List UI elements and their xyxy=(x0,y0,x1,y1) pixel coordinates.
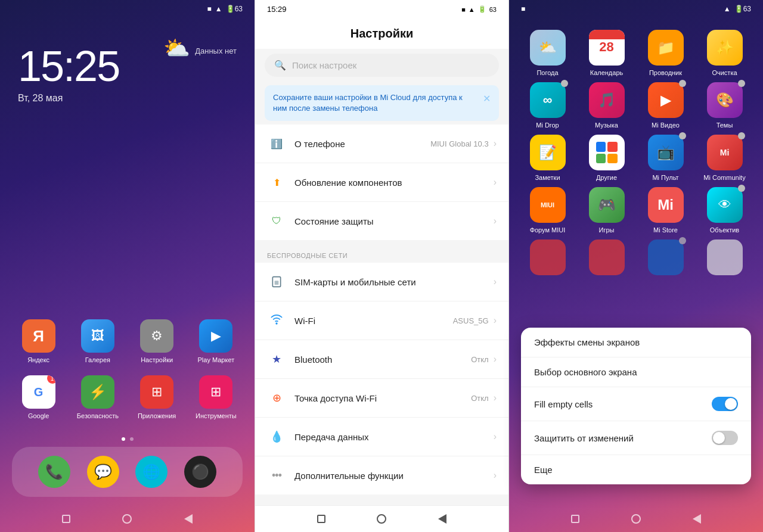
settings-title-wifi: Wi-Fi xyxy=(294,316,453,326)
partial-row xyxy=(509,239,763,275)
settings-item-sim[interactable]: SIM-карты и мобильные сети › xyxy=(255,263,508,301)
drawer-icon-lens: 👁 xyxy=(707,187,743,223)
drawer-app-other[interactable]: Другие xyxy=(580,135,633,181)
app-gallery[interactable]: 🖼 Галерея xyxy=(74,319,121,363)
settings-item-hotspot[interactable]: ⊕ Точка доступа Wi-Fi Откл › xyxy=(255,379,508,418)
dock-camera[interactable]: ⚫ xyxy=(184,456,216,488)
dock-phone[interactable]: 📞 xyxy=(38,456,70,488)
settings-item-wifi[interactable]: Wi-Fi ASUS_5G › xyxy=(255,301,508,340)
partial-app-1[interactable] xyxy=(521,239,574,275)
app-drawer-grid: ⛅ Погода 28 Календарь 📁 Проводник ✨ Очис… xyxy=(509,18,763,239)
app-google[interactable]: G 1 Google xyxy=(15,375,62,419)
settings-icon-update: ⬆ xyxy=(267,173,286,192)
drawer-app-midrop[interactable]: ∞ Mi Drop xyxy=(521,82,574,129)
nav-recents-r[interactable] xyxy=(569,513,581,525)
left-panel: ■ ▲ 🔋63 15:25 Вт, 28 мая ⛅ Данных нет Я … xyxy=(0,0,255,532)
app-security[interactable]: ⚡ Безопасность xyxy=(74,375,121,419)
right-status-icons-left: ■ xyxy=(521,5,525,13)
drawer-icon-notes: 📝 xyxy=(530,135,566,170)
status-icon-battery2: 🔋 xyxy=(478,5,486,13)
settings-item-security[interactable]: 🛡 Состояние защиты › xyxy=(255,202,508,240)
app-label-google: Google xyxy=(28,412,49,419)
arrow-about: › xyxy=(494,138,497,149)
settings-text-sim: SIM-карты и мобильные сети xyxy=(294,277,494,287)
partial-app-3[interactable] xyxy=(639,239,692,275)
drawer-label-other: Другие xyxy=(596,174,617,181)
nav-recents[interactable] xyxy=(60,513,72,525)
drawer-app-weather[interactable]: ⛅ Погода xyxy=(521,30,574,76)
partial-app-4[interactable] xyxy=(698,239,751,275)
settings-value-bluetooth: Откл xyxy=(471,355,489,364)
settings-item-extra[interactable]: ••• Дополнительные функции › xyxy=(255,456,508,494)
settings-search-bar[interactable]: 🔍 Поиск настроек xyxy=(265,54,499,77)
settings-value-hotspot: Откл xyxy=(471,394,489,403)
weather-icon: ⛅ xyxy=(163,36,190,61)
settings-title-bluetooth: Bluetooth xyxy=(294,354,471,365)
search-icon: 🔍 xyxy=(274,60,286,71)
nav-home-c[interactable] xyxy=(376,513,387,525)
arrow-bluetooth: › xyxy=(494,354,497,365)
partial-icon-3 xyxy=(648,239,684,275)
nav-recents-c[interactable] xyxy=(315,513,327,525)
right-status-icons-right: ▲ 🔋63 xyxy=(724,5,751,13)
app-tools[interactable]: ⊞ Инструменты xyxy=(193,375,240,419)
nav-back-r[interactable] xyxy=(691,513,703,525)
settings-icon-wifi xyxy=(267,311,286,330)
arrow-update: › xyxy=(494,177,497,188)
settings-title-hotspot: Точка доступа Wi-Fi xyxy=(294,393,471,403)
drawer-app-calendar[interactable]: 28 Календарь xyxy=(580,30,633,76)
nav-home-r[interactable] xyxy=(630,513,642,525)
toggle-protect[interactable] xyxy=(712,431,738,445)
drawer-app-cleaner[interactable]: ✨ Очистка xyxy=(698,30,751,76)
app-settings[interactable]: ⚙ Настройки xyxy=(134,319,181,363)
nav-back-c[interactable] xyxy=(436,513,448,525)
dock-messages[interactable]: 💬 xyxy=(87,456,119,488)
drawer-app-music[interactable]: 🎵 Музыка xyxy=(580,82,633,129)
context-item-fill[interactable]: Fill empty cells xyxy=(521,387,751,421)
nav-home[interactable] xyxy=(121,513,133,525)
app-label-yandex: Яндекс xyxy=(27,356,49,363)
app-play[interactable]: ▶ Play Маркет xyxy=(193,319,240,363)
drawer-app-micommunity[interactable]: Mi Mi Community xyxy=(698,135,751,181)
settings-item-about[interactable]: ℹ️ О телефоне MIUI Global 10.3 › xyxy=(255,125,508,163)
dock-browser[interactable]: 🌐 xyxy=(135,456,168,488)
status-icon-signal: ■ xyxy=(207,5,212,13)
partial-icon-2 xyxy=(589,239,625,275)
context-item-homescreen[interactable]: Выбор основного экрана xyxy=(521,357,751,387)
context-item-more[interactable]: Еще xyxy=(521,455,751,484)
partial-app-2[interactable] xyxy=(580,239,633,275)
drawer-app-mivideo[interactable]: ▶ Mi Видео xyxy=(639,82,692,129)
settings-item-data[interactable]: 💧 Передача данных › xyxy=(255,418,508,456)
app-apps[interactable]: ⊞ Приложения xyxy=(134,375,181,419)
settings-item-bluetooth[interactable]: ★ Bluetooth Откл › xyxy=(255,340,508,379)
other-icon-grid xyxy=(596,142,618,163)
settings-item-update[interactable]: ⬆ Обновление компонентов › xyxy=(255,163,508,202)
toggle-fill[interactable] xyxy=(712,397,738,411)
drawer-app-lens[interactable]: 👁 Объектив xyxy=(698,187,751,234)
settings-text-about: О телефоне xyxy=(294,139,430,149)
drawer-app-miui-forum[interactable]: MIUI Форум MIUI xyxy=(521,187,574,234)
search-placeholder: Поиск настроек xyxy=(292,60,356,70)
nav-back[interactable] xyxy=(182,513,194,525)
settings-icon-security: 🛡 xyxy=(267,211,286,231)
banner-close[interactable]: ✕ xyxy=(483,92,491,105)
weather-no-data: Данных нет xyxy=(195,46,237,55)
other-og3 xyxy=(596,154,606,164)
drawer-icon-mipult: 📺 xyxy=(648,135,684,170)
drawer-icon-mivideo: ▶ xyxy=(648,82,684,118)
drawer-icon-midrop: ∞ xyxy=(530,82,566,118)
app-yandex[interactable]: Я Яндекс xyxy=(15,319,62,363)
drawer-app-notes[interactable]: 📝 Заметки xyxy=(521,135,574,181)
context-item-protect[interactable]: Защитить от изменений xyxy=(521,421,751,455)
drawer-app-mistore[interactable]: Mi Mi Store xyxy=(639,187,692,234)
drawer-app-mipult[interactable]: 📺 Mi Пульт xyxy=(639,135,692,181)
status-icon-wifi: ▲ xyxy=(215,5,222,13)
drawer-app-explorer[interactable]: 📁 Проводник xyxy=(639,30,692,76)
context-item-effects[interactable]: Эффекты смены экранов xyxy=(521,328,751,357)
settings-text-bluetooth: Bluetooth xyxy=(294,354,471,365)
drawer-app-games[interactable]: 🎮 Игры xyxy=(580,187,633,234)
drawer-app-themes[interactable]: 🎨 Темы xyxy=(698,82,751,129)
app-icon-gallery: 🖼 xyxy=(81,319,114,353)
drawer-icon-mistore: Mi xyxy=(648,187,684,223)
app-icon-tools: ⊞ xyxy=(199,375,232,409)
